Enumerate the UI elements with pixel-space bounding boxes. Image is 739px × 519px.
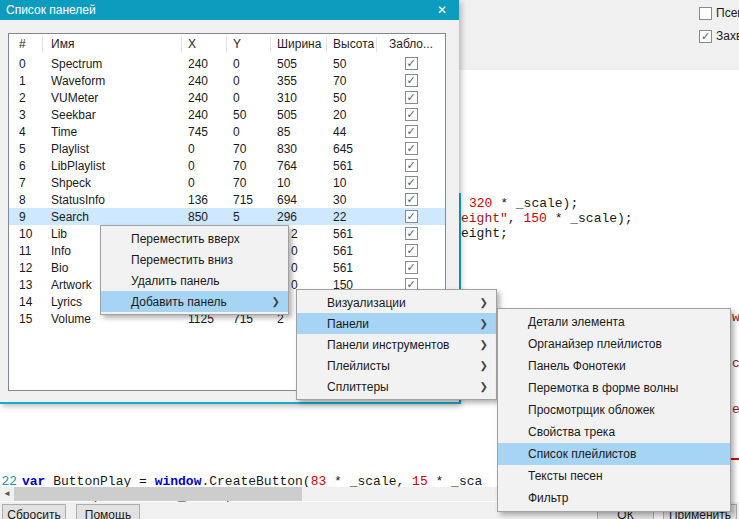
scrollbar-left-arrow-icon[interactable]: ◄: [0, 487, 14, 501]
cell-name: Waveform: [43, 74, 182, 88]
menu-item[interactable]: Переместить вверх: [101, 228, 288, 249]
cell-x: 240: [182, 57, 227, 71]
menu-item[interactable]: Просмотрщик обложек: [498, 399, 730, 421]
row-checkbox[interactable]: ✓: [405, 74, 418, 87]
row-checkbox[interactable]: ✓: [405, 159, 418, 172]
menu-item-label: Плейлисты: [327, 359, 390, 373]
cell-name: VUMeter: [43, 91, 182, 105]
dialog-titlebar[interactable]: Список панелей ✕: [0, 0, 459, 20]
menu-item[interactable]: Список плейлистов: [498, 443, 730, 465]
menu-item-label: Просмотрщик обложек: [528, 403, 655, 417]
row-checkbox[interactable]: ✓: [405, 91, 418, 104]
cell-locked: ✓: [377, 57, 445, 70]
add-panel-submenu: Визуализации❯Панели❯Панели инструментов❯…: [296, 289, 497, 400]
option-checkbox-1[interactable]: [699, 7, 712, 20]
cell-height: 22: [327, 210, 377, 224]
code-token: eight;: [461, 226, 508, 241]
code-token: 320: [469, 196, 492, 211]
row-checkbox[interactable]: ✓: [405, 142, 418, 155]
menu-item[interactable]: Панели инструментов❯: [297, 334, 496, 355]
menu-item[interactable]: Свойства трека: [498, 421, 730, 443]
menu-item-label: Органайзер плейлистов: [528, 337, 662, 351]
cell-name: Shpeck: [43, 176, 182, 190]
menu-item-label: Визуализации: [327, 296, 406, 310]
menu-item[interactable]: Визуализации❯: [297, 292, 496, 313]
table-row[interactable]: 2VUMeter240031050✓: [9, 89, 445, 106]
submenu-arrow-icon: ❯: [480, 360, 488, 371]
table-row[interactable]: 0Spectrum240050550✓: [9, 55, 445, 72]
column-header[interactable]: #: [9, 37, 43, 52]
menu-item[interactable]: Переместить вниз: [101, 249, 288, 270]
cell-name: StatusInfo: [43, 193, 182, 207]
row-checkbox[interactable]: ✓: [405, 108, 418, 121]
cell-name: Search: [43, 210, 182, 224]
column-header[interactable]: X: [182, 37, 227, 52]
row-checkbox[interactable]: ✓: [405, 244, 418, 257]
menu-item[interactable]: Детали элемента: [498, 311, 730, 333]
row-checkbox[interactable]: ✓: [405, 227, 418, 240]
menu-item-label: Панель Фонотеки: [528, 359, 626, 373]
cell-locked: ✓: [377, 91, 445, 104]
menu-item-label: Панели: [327, 317, 369, 331]
cell-locked: ✓: [377, 244, 445, 257]
code-edge-bit: w: [732, 310, 739, 325]
option-checkbox-2[interactable]: ✓: [699, 30, 712, 43]
row-checkbox[interactable]: ✓: [405, 176, 418, 189]
column-header[interactable]: Ширина: [271, 37, 327, 52]
code-token: ,: [508, 211, 524, 226]
submenu-arrow-icon: ❯: [480, 381, 488, 392]
table-row[interactable]: 1Waveform240035570✓: [9, 72, 445, 89]
row-checkbox[interactable]: ✓: [405, 57, 418, 70]
table-row[interactable]: 6LibPlaylist070764561✓: [9, 157, 445, 174]
panels-submenu: Детали элементаОрганайзер плейлистовПане…: [497, 308, 731, 512]
row-checkbox[interactable]: ✓: [405, 261, 418, 274]
table-row[interactable]: 4Time74508544✓: [9, 123, 445, 140]
reset-button[interactable]: Сбросить: [2, 504, 66, 519]
help-button[interactable]: Помощь: [76, 504, 140, 519]
row-checkbox[interactable]: ✓: [405, 210, 418, 223]
menu-item[interactable]: Удалить панель: [101, 270, 288, 291]
cell-x: 240: [182, 91, 227, 105]
cell-width: 355: [271, 74, 327, 88]
cell-y: 0: [227, 125, 271, 139]
menu-item[interactable]: Сплиттеры❯: [297, 376, 496, 397]
cell-index: 0: [9, 57, 43, 71]
options-checkbox-group: Псев ✓ Захв: [699, 6, 739, 52]
cell-x: 0: [182, 176, 227, 190]
menu-item-label: Переместить вниз: [131, 253, 233, 267]
menu-item[interactable]: Фильтр: [498, 487, 730, 509]
row-checkbox[interactable]: ✓: [405, 125, 418, 138]
cell-index: 12: [9, 261, 43, 275]
column-header[interactable]: Имя: [43, 37, 182, 52]
table-row[interactable]: 8StatusInfo13671569430✓: [9, 191, 445, 208]
cell-y: 70: [227, 159, 271, 173]
table-row[interactable]: 3Seekbar2405050520✓: [9, 106, 445, 123]
menu-item[interactable]: Панели❯: [297, 313, 496, 334]
row-checkbox[interactable]: ✓: [405, 193, 418, 206]
table-row[interactable]: 5Playlist070830645✓: [9, 140, 445, 157]
menu-item[interactable]: Органайзер плейлистов: [498, 333, 730, 355]
cell-locked: ✓: [377, 74, 445, 87]
scrollbar-thumb[interactable]: [14, 487, 302, 501]
cell-index: 13: [9, 278, 43, 292]
menu-item[interactable]: Перемотка в форме волны: [498, 377, 730, 399]
menu-item[interactable]: Добавить панель❯: [101, 291, 288, 312]
menu-item[interactable]: Панель Фонотеки: [498, 355, 730, 377]
cell-x: 0: [182, 159, 227, 173]
column-header[interactable]: Забло...: [377, 37, 445, 52]
cell-height: 561: [327, 159, 377, 173]
column-header[interactable]: Y: [227, 37, 271, 52]
submenu-arrow-icon: ❯: [480, 318, 488, 329]
table-row[interactable]: 7Shpeck0701010✓: [9, 174, 445, 191]
cell-y: 0: [227, 74, 271, 88]
column-header[interactable]: Высота: [327, 37, 377, 52]
cell-index: 9: [9, 210, 43, 224]
menu-item-label: Добавить панель: [131, 295, 227, 309]
cell-locked: ✓: [377, 193, 445, 206]
menu-item[interactable]: Тексты песен: [498, 465, 730, 487]
table-row[interactable]: 9Search850529622✓: [9, 208, 445, 225]
menu-item[interactable]: Плейлисты❯: [297, 355, 496, 376]
cell-locked: ✓: [377, 142, 445, 155]
cell-index: 8: [9, 193, 43, 207]
close-icon[interactable]: ✕: [429, 0, 455, 20]
